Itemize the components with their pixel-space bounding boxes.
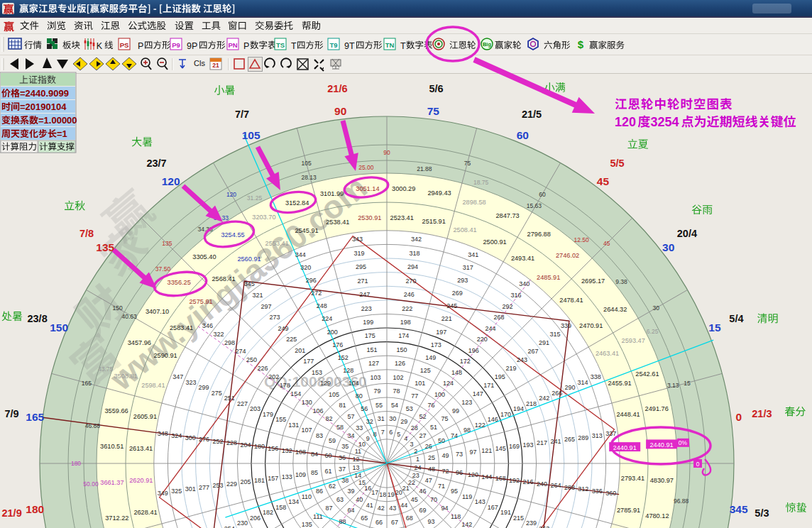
svg-text:129: 129 [320, 380, 331, 387]
svg-text:249: 249 [278, 325, 288, 332]
svg-text:107: 107 [301, 427, 312, 434]
svg-text:2508.41: 2508.41 [453, 226, 476, 233]
svg-text:7/9: 7/9 [5, 408, 19, 419]
svg-text:179: 179 [263, 411, 273, 418]
svg-text:Big: Big [483, 41, 492, 48]
svg-text:2796.88: 2796.88 [527, 231, 551, 238]
svg-text:345: 345 [244, 280, 255, 287]
svg-text:173: 173 [431, 341, 441, 348]
svg-text:216: 216 [523, 478, 534, 485]
svg-text:269: 269 [452, 290, 463, 297]
svg-text:132: 132 [282, 447, 292, 454]
svg-text:3508.81: 3508.81 [114, 373, 137, 380]
svg-text:79: 79 [374, 387, 381, 395]
svg-text:143: 143 [475, 498, 485, 505]
svg-text:27: 27 [419, 432, 426, 439]
svg-text:101: 101 [415, 380, 425, 387]
svg-text:73: 73 [456, 451, 463, 458]
svg-text:56: 56 [361, 405, 368, 412]
svg-text:2470.91: 2470.91 [579, 322, 603, 329]
svg-text:34: 34 [347, 432, 354, 439]
svg-text:5/3: 5/3 [755, 507, 769, 519]
svg-text:148: 148 [451, 369, 462, 376]
svg-text:PS: PS [120, 41, 129, 49]
svg-text:76: 76 [428, 402, 435, 409]
svg-text:96.88: 96.88 [674, 497, 689, 505]
svg-text:120: 120 [226, 191, 236, 198]
svg-text:339: 339 [561, 322, 571, 329]
svg-text:50: 50 [438, 437, 445, 444]
svg-text:147: 147 [473, 390, 483, 397]
svg-text:290: 290 [564, 384, 575, 391]
svg-text:Cls: Cls [194, 59, 205, 67]
svg-text:201: 201 [295, 347, 305, 354]
svg-text:204: 204 [240, 441, 251, 449]
svg-text:4780.12: 4780.12 [645, 512, 669, 519]
svg-text:277: 277 [199, 484, 209, 491]
svg-text:2746.02: 2746.02 [556, 252, 579, 259]
svg-text:TS: TS [276, 41, 285, 49]
svg-text:57: 57 [347, 413, 354, 420]
svg-text:18.75: 18.75 [473, 179, 489, 186]
svg-text:191: 191 [500, 509, 511, 516]
svg-text:54: 54 [391, 402, 398, 409]
svg-text:31: 31 [378, 415, 385, 422]
svg-text:167: 167 [488, 504, 498, 511]
svg-text:146: 146 [488, 416, 498, 423]
svg-text:21/6: 21/6 [327, 83, 347, 94]
svg-text:59: 59 [329, 437, 336, 444]
svg-text:144: 144 [481, 473, 492, 480]
svg-text:273: 273 [269, 314, 280, 321]
svg-text:275: 275 [212, 390, 222, 397]
svg-text:96: 96 [456, 469, 463, 476]
svg-text:321: 321 [253, 292, 263, 299]
svg-text:0%: 0% [679, 439, 688, 446]
svg-text:295: 295 [356, 263, 366, 270]
svg-text:81: 81 [339, 402, 346, 409]
svg-text:7/7: 7/7 [235, 109, 249, 120]
svg-text:85: 85 [311, 469, 318, 476]
svg-text:127: 127 [368, 360, 379, 367]
svg-text:3203.70: 3203.70 [252, 214, 275, 221]
svg-text:52: 52 [419, 413, 427, 420]
svg-text:T9: T9 [329, 41, 337, 49]
svg-text:9.38: 9.38 [615, 278, 627, 285]
svg-text:4830.97: 4830.97 [650, 477, 674, 484]
svg-text:215: 215 [513, 515, 524, 522]
svg-text:28.13: 28.13 [301, 174, 317, 181]
svg-text:3101.99: 3101.99 [320, 190, 344, 197]
svg-text:62: 62 [329, 483, 336, 490]
svg-text:340: 340 [519, 280, 530, 287]
svg-text:T: T [291, 41, 297, 51]
svg-text:150: 150 [113, 304, 123, 312]
svg-text:271: 271 [358, 277, 368, 285]
svg-text:150: 150 [397, 346, 407, 353]
svg-text:15: 15 [708, 321, 721, 334]
svg-text:134: 134 [288, 498, 299, 505]
svg-text:58: 58 [336, 424, 344, 431]
svg-text:246: 246 [404, 291, 415, 298]
svg-text:94: 94 [441, 505, 449, 512]
svg-text:69: 69 [419, 507, 427, 514]
svg-text:3152.84: 3152.84 [285, 199, 309, 207]
svg-text:123: 123 [461, 399, 472, 406]
svg-text:83: 83 [316, 432, 323, 439]
svg-text:51: 51 [430, 424, 437, 431]
svg-text:223: 223 [361, 305, 372, 312]
svg-text:66: 66 [375, 519, 383, 526]
svg-text:289: 289 [578, 434, 588, 441]
svg-text:98: 98 [463, 427, 471, 434]
svg-text:44: 44 [400, 502, 407, 509]
svg-text:120: 120 [615, 115, 636, 129]
svg-text:324: 324 [171, 432, 182, 439]
svg-text:248: 248 [317, 302, 327, 309]
svg-text:149: 149 [425, 354, 436, 361]
svg-text:135: 135 [96, 241, 114, 253]
svg-text:50.00: 50.00 [83, 480, 99, 488]
svg-text:272: 272 [311, 290, 322, 297]
svg-text:65: 65 [361, 515, 368, 522]
svg-text:299: 299 [199, 384, 209, 391]
svg-text:33: 33 [356, 424, 363, 431]
svg-text:169: 169 [509, 443, 520, 450]
svg-text:267: 267 [527, 348, 538, 355]
